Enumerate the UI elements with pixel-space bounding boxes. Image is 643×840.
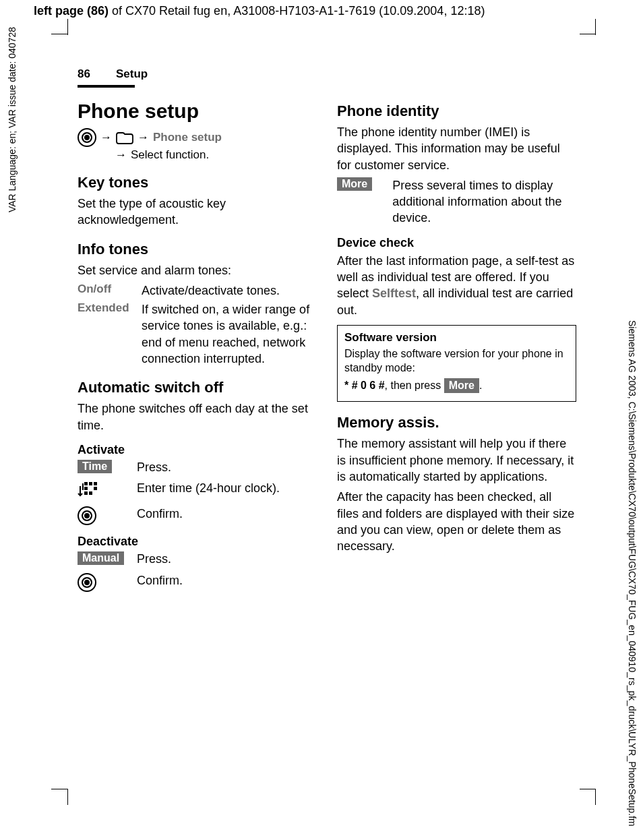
kv-key: On/off xyxy=(78,282,142,299)
softkey-more: More xyxy=(337,177,372,191)
joystick-icon xyxy=(78,506,96,525)
body-text: Set service and alarm tones: xyxy=(78,262,317,278)
heading-auto-off: Automatic switch off xyxy=(78,379,317,396)
step-text: Confirm. xyxy=(137,506,183,522)
svg-rect-1 xyxy=(89,482,92,485)
section-name: Setup xyxy=(116,67,148,81)
heading-info-tones: Info tones xyxy=(78,241,317,258)
heading-device-check: Device check xyxy=(337,236,576,250)
print-header: left page (86) of CX70 Retail fug en, A3… xyxy=(34,4,485,18)
heading-activate: Activate xyxy=(78,443,317,457)
key-code: * # 0 6 # xyxy=(344,380,385,391)
crop-mark xyxy=(580,34,596,34)
body-text: The phone switches off each day at the s… xyxy=(78,400,317,433)
svg-rect-6 xyxy=(89,491,92,495)
kv-key: Extended xyxy=(78,301,142,367)
step-text: Confirm. xyxy=(137,573,183,589)
joystick-icon xyxy=(78,573,96,592)
header-bold: left page (86) xyxy=(34,4,109,18)
header-rule xyxy=(78,85,135,88)
arrow-icon: → xyxy=(137,131,149,144)
selftest-label: Selftest xyxy=(372,287,416,300)
arrow-icon: → xyxy=(115,148,127,162)
heading-key-tones: Key tones xyxy=(78,174,317,191)
folder-icon xyxy=(116,131,133,144)
body-text: Set the type of acoustic key acknowledge… xyxy=(78,196,317,229)
nav-path: → → Phone setup xyxy=(78,128,317,147)
svg-rect-2 xyxy=(94,482,97,485)
crop-mark xyxy=(67,19,68,35)
body-text: The phone identity number (IMEI) is disp… xyxy=(337,124,576,173)
svg-rect-5 xyxy=(84,491,88,495)
body-text: The memory assistant will help you if th… xyxy=(337,436,576,485)
header-rest: of CX70 Retail fug en, A31008-H7103-A1-1… xyxy=(109,4,485,18)
heading-deactivate: Deactivate xyxy=(78,535,317,549)
info-box: Software version Display the software ve… xyxy=(337,325,576,402)
crop-mark xyxy=(51,34,67,34)
side-note-right: Siemens AG 2003, C:\Siemens\Produkte\CX7… xyxy=(627,320,638,827)
heading-memory-assis: Memory assis. xyxy=(337,414,576,431)
crop-mark xyxy=(67,789,68,805)
svg-rect-4 xyxy=(94,487,97,490)
crop-mark xyxy=(595,19,596,35)
step-text: Press. xyxy=(137,460,171,475)
box-text: Display the software version for your ph… xyxy=(344,347,569,376)
box-code-line: * # 0 6 #, then press More. xyxy=(344,378,569,394)
crop-mark xyxy=(595,789,596,805)
page-title: Phone setup xyxy=(78,100,317,123)
side-note-left: VAR Language: en; VAR issue date: 040728 xyxy=(7,27,18,212)
softkey-more: More xyxy=(444,378,479,394)
kv-value: If switched on, a wider range of service… xyxy=(142,301,317,367)
softkey-manual: Manual xyxy=(78,551,124,565)
box-heading: Software version xyxy=(344,331,569,344)
step-text: Press. xyxy=(137,551,171,567)
nav-sub-text: Select function. xyxy=(131,148,209,162)
crop-mark xyxy=(580,789,596,789)
keypad-icon xyxy=(78,481,100,501)
nav-sub: → Select function. xyxy=(115,148,317,162)
svg-rect-3 xyxy=(84,487,88,490)
step-text: Press several times to display additiona… xyxy=(392,177,576,227)
text-part: , then press xyxy=(385,380,444,391)
joystick-icon xyxy=(78,128,96,147)
svg-rect-0 xyxy=(84,482,88,485)
page-number: 86 xyxy=(78,67,90,81)
body-text: After the capacity has been checked, all… xyxy=(337,489,576,554)
arrow-icon: → xyxy=(100,131,112,144)
body-text: After the last information page, a self-… xyxy=(337,253,576,318)
kv-value: Activate/deactivate tones. xyxy=(142,282,280,299)
step-text: Enter time (24-hour clock). xyxy=(137,481,280,496)
heading-phone-identity: Phone identity xyxy=(337,102,576,120)
softkey-time: Time xyxy=(78,460,112,473)
crop-mark xyxy=(51,789,67,789)
text-part: . xyxy=(479,380,482,391)
nav-label: Phone setup xyxy=(153,131,222,144)
